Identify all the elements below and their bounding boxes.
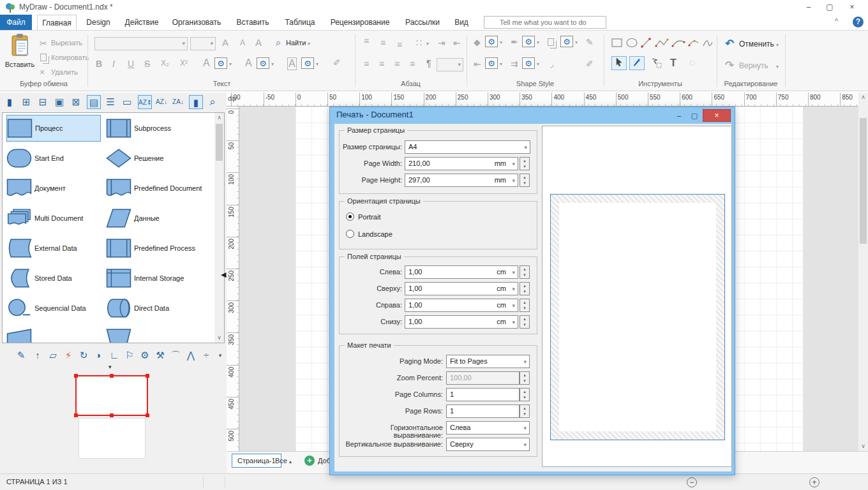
scroll-up-icon[interactable]: ∧ [214,113,224,122]
page-thumbnail-selected[interactable] [75,375,148,416]
help-icon[interactable]: ? [853,17,864,27]
unit-selector[interactable]: cm [497,301,506,309]
connectors-mode-icon[interactable]: ∟ [107,348,121,362]
page-size-select[interactable]: A4 ▾ [405,140,530,154]
subscript-icon[interactable]: X₂ [161,59,169,68]
vertical-alignment-select[interactable]: Сверху ▾ [446,438,530,451]
italic-icon[interactable]: I [112,59,115,69]
scroll-down-icon[interactable]: ∨ [858,442,868,451]
stroke-style-icon[interactable]: ✒ [511,37,518,47]
unit-selector[interactable]: mm [495,160,506,167]
stroke-gear-icon[interactable]: ⚙ [522,36,535,47]
shape-item-stored-data[interactable]: Stored Data [6,265,101,292]
horizontal-alignment-select[interactable]: Слева ▾ [446,421,530,434]
portrait-label[interactable]: Portrait [358,213,380,221]
shape-item-sequencial-data[interactable]: Sequencial Data [6,295,101,322]
highlight-letter[interactable]: A [287,57,297,70]
shape-item-document[interactable]: Документ [6,175,101,202]
bold-icon[interactable]: B [96,59,102,69]
shape-item-internal-storage[interactable]: Internal Storage [106,265,213,292]
justify-icon[interactable]: ≡ [410,59,415,69]
page-columns-spinner[interactable]: ▴▾ [520,388,530,401]
chevron-down-icon[interactable]: ▾ [500,61,502,67]
delete-label[interactable]: Удалить [51,68,78,76]
shape-item-predefined-document[interactable]: Predefined Document [106,175,213,202]
chevron-down-icon[interactable]: ▾ [229,61,232,67]
align-middle-icon[interactable]: ≡ [380,38,385,48]
paging-mode-select[interactable]: Fit to Pages ▾ [446,355,530,368]
chevron-down-icon[interactable]: ▾ [500,40,502,45]
text-tool-icon[interactable]: T [670,57,677,69]
zoom-in-icon[interactable]: + [809,477,819,487]
add-page-icon[interactable]: + [304,456,315,466]
compass-mode-icon[interactable]: ⋀ [184,348,198,362]
shadow-gear-icon[interactable]: ⚙ [560,36,573,47]
shape-item-manual-operation[interactable] [106,325,213,343]
view-thumbnails-icon[interactable]: ▭ [120,95,134,109]
page-rows-input[interactable]: 1 [446,405,520,418]
collapse-ribbon-icon[interactable]: ^ [835,17,838,25]
align-left-icon[interactable]: ≡ [364,59,369,69]
bullet-list-icon[interactable]: ∷ [416,38,422,48]
style-painter-icon[interactable]: ✐ [586,59,594,69]
shadow-style-icon[interactable] [548,38,554,46]
view-details-icon[interactable]: ▤ [87,95,101,109]
shape-item-subprocess[interactable]: Subprocess [106,115,213,142]
scroll-up-icon[interactable]: ∧ [858,93,868,102]
dialog-close-button[interactable]: × [703,109,731,122]
comments-mode-icon[interactable]: ◗ [92,348,106,362]
tab-insert[interactable]: Вставить [230,15,276,30]
remove-library-icon[interactable]: ⊠ [69,95,83,109]
copy-icon[interactable] [40,54,47,61]
shape-item-direct-data[interactable]: Direct Data [106,295,213,322]
chevron-down-icon[interactable]: ▾ [776,42,779,48]
portrait-radio[interactable] [346,212,354,221]
cut-label[interactable]: Вырезать [51,39,82,47]
draw-shape-tools-icons[interactable] [611,37,712,48]
page-tab-1[interactable]: Страница-1 [232,454,281,468]
pilcrow-icon[interactable]: ¶ [426,58,431,68]
settings-mode-icon[interactable]: ⚙ [138,348,152,362]
open-library-icon[interactable]: ⊟ [36,95,50,109]
search-shapes-icon[interactable]: ⌕ [206,95,220,109]
scroll-down-icon[interactable]: ∨ [214,333,224,343]
window-close-button[interactable]: × [842,1,862,13]
margin-right-input[interactable]: 1,00 cm ▾ [405,299,518,312]
margin-top-spinner[interactable]: ▴▾ [520,282,530,295]
arrow-begin-gear-icon[interactable]: ⚙ [485,57,498,69]
undo-icon[interactable]: ↶ [725,37,734,50]
unit-selector[interactable]: mm [495,176,506,184]
delete-icon[interactable]: × [40,67,45,77]
save-library-icon[interactable]: ▣ [52,95,66,109]
underline-icon[interactable]: U [128,59,134,69]
sort-descending-icon[interactable]: ZA↓ [171,95,185,109]
overflow-icon[interactable]: ▾ [213,348,227,362]
library-book-icon[interactable]: ▮ [3,95,17,109]
move-points-tool-icon[interactable] [651,57,662,69]
align-bottom-icon[interactable]: ≡ [397,40,402,50]
shape-item-data[interactable]: Данные [106,205,213,232]
tab-file[interactable]: Файл [0,15,32,30]
arrow-end-gear-icon[interactable]: ⚙ [522,57,535,69]
chevron-down-icon[interactable]: ▾ [537,61,539,67]
corner-rounding-icon[interactable]: ◞ [550,59,553,69]
page-width-input[interactable]: 210,00 mm ▾ [405,157,518,170]
align-center-icon[interactable]: ≡ [379,59,384,69]
decrease-indent-icon[interactable]: ⇤ [453,38,461,48]
font-size-combo[interactable]: ▾ [190,37,216,50]
lasso-tool-icon[interactable]: ◌ [689,57,696,69]
line-spacing-combo[interactable]: ▾ [437,58,463,71]
page-height-spinner[interactable]: ▴▾ [520,174,530,187]
align-top-icon[interactable]: ≡ [364,36,369,46]
landscape-label[interactable]: Landscape [358,230,393,238]
all-pages-button[interactable]: Все ▴ [275,454,292,468]
increase-indent-icon[interactable]: ⇥ [438,38,445,48]
chevron-down-icon[interactable]: ▾ [776,64,779,70]
dialog-minimize-icon[interactable]: – [671,109,687,122]
margin-bottom-input[interactable]: 1,00 cm ▾ [405,315,518,329]
pointer-tool-button[interactable] [611,56,627,70]
tools-mode-icon[interactable]: ⚒ [153,348,167,362]
fill-style-icon[interactable]: ◆ [474,37,481,47]
shape-item-multi-document[interactable]: Multi Document [6,205,101,232]
find-label[interactable]: Найти [286,39,306,47]
